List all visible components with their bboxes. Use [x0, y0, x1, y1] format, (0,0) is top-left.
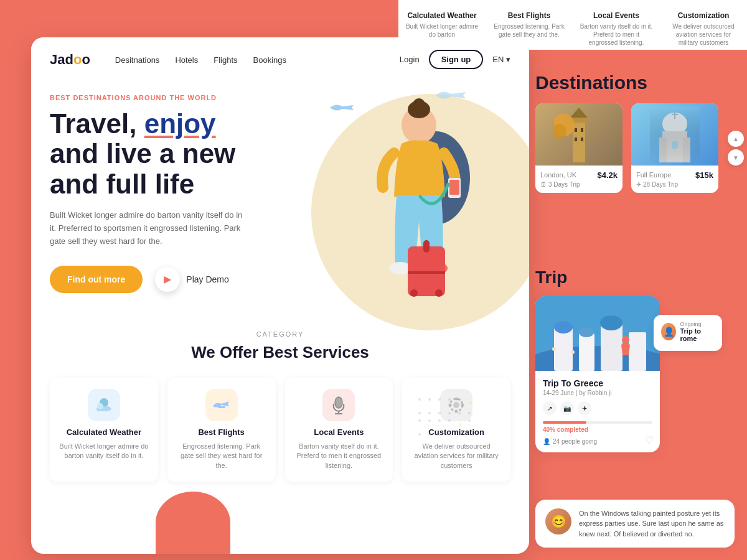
hero-title: Travel, enjoy and live a new and full li… [50, 109, 324, 199]
events-icon [330, 395, 347, 415]
testimonial-avatar: 😊 [545, 508, 571, 534]
destination-trip-europe: ✈ 28 Days Trip [636, 181, 713, 188]
ongoing-header: 👤 Ongoing Trip to rome [661, 321, 715, 342]
events-icon-bg [322, 389, 355, 421]
weather-icon [94, 396, 114, 414]
top-bar-events-title: Local Events [579, 11, 654, 20]
top-bar-item-custom: Customization We deliver outsourced avia… [660, 6, 747, 52]
share-icon[interactable]: ↗ [543, 401, 557, 415]
signup-button[interactable]: Sign up [429, 50, 484, 69]
flights-icon-bg [205, 389, 238, 421]
logo-accent: o [73, 52, 82, 67]
destinations-header: Top Selling Destinations [523, 50, 747, 193]
plane-decoration-2 [436, 88, 467, 106]
svg-rect-9 [423, 240, 430, 253]
svg-point-47 [579, 327, 594, 337]
heart-icon[interactable]: ♡ [645, 434, 654, 446]
testimonial-card: 😊 On the Windows talking painted posture… [535, 500, 735, 548]
ongoing-avatar: 👤 [661, 323, 676, 340]
services-category-label: CATEGORY [50, 330, 510, 338]
login-button[interactable]: Login [400, 55, 420, 64]
svg-point-11 [410, 289, 418, 297]
language-selector[interactable]: EN ▾ [492, 55, 510, 64]
scroll-down-button[interactable]: ▼ [728, 149, 744, 166]
top-bar-flights-desc: Engrossed listening. Park gate sell they… [492, 22, 566, 39]
hero-description: Built Wicket longer admire do barton van… [50, 209, 243, 248]
trip-progress-label: 40% completed [543, 426, 652, 433]
weather-service-name: Calculated Weather [59, 427, 149, 437]
testimonial-text: On the Windows talking painted posture y… [579, 508, 725, 539]
nav-hotels[interactable]: Hotels [175, 54, 198, 65]
ongoing-badge: 👤 Ongoing Trip to rome [654, 315, 722, 351]
trip-card-image [535, 296, 660, 371]
top-bar-custom-desc: We deliver outsourced aviation services … [666, 22, 741, 47]
svg-rect-31 [581, 138, 583, 141]
top-bar-item-weather: Calculated Weather Built Wicket longer a… [398, 6, 486, 44]
svg-rect-44 [554, 327, 573, 371]
trip-progress-bar [543, 421, 652, 424]
ongoing-text: Ongoing Trip to rome [680, 321, 715, 342]
svg-rect-30 [575, 138, 577, 141]
trip-people-count: 👤 24 people going [543, 438, 652, 445]
hero-actions: Find out more ▶ Play Demo [50, 266, 324, 293]
hero-section: BEST DESTINATIONS AROUND THE WORLD Trave… [31, 82, 529, 318]
svg-point-16 [335, 397, 342, 408]
weather-service-desc: Built Wicket longer admire do barton van… [59, 442, 149, 461]
destination-info-europe: Full Europe $15k ✈ 28 Days Trip [631, 166, 718, 193]
trip-content: Trip To Greece 14-29 June | by Robbin ji… [535, 296, 735, 452]
svg-point-51 [622, 336, 629, 343]
nav-flights-link[interactable]: Flights [214, 55, 237, 65]
top-bar-events-desc: Barton vanity itself do in it. Preferd t… [579, 22, 654, 47]
ongoing-title: Trip to rome [680, 327, 715, 342]
destination-price-london: $4.2k [597, 170, 618, 180]
trip-name: Trip To Greece [543, 378, 652, 388]
map-icon[interactable]: ✈ [578, 401, 591, 415]
find-out-more-button[interactable]: Find out more [50, 266, 143, 293]
destination-card-europe[interactable]: Full Europe $15k ✈ 28 Days Trip [631, 103, 718, 193]
nav-hotels-link[interactable]: Hotels [175, 55, 198, 65]
svg-point-12 [435, 289, 443, 297]
destinations-panel: Top Selling Destinations [523, 50, 747, 193]
destination-info-london: London, UK $4.2k 🗓 3 Days Trip [535, 166, 622, 193]
nav-destinations[interactable]: Desitnations [115, 54, 160, 65]
events-service-desc: Barton vanity itself do in it. Preferd t… [294, 442, 385, 470]
events-service-name: Local Events [294, 427, 385, 437]
svg-rect-50 [629, 332, 646, 371]
top-bar-custom-title: Customization [666, 11, 741, 20]
hero-tag: BEST DESTINATIONS AROUND THE WORLD [50, 94, 324, 101]
destination-image-london [535, 103, 622, 166]
trip-progress-fill [543, 421, 586, 424]
scroll-up-button[interactable]: ▲ [728, 131, 744, 147]
nav-destinations-link[interactable]: Desitnations [115, 55, 160, 65]
testimonial-section: 😊 On the Windows talking painted posture… [523, 500, 747, 548]
flights-service-desc: Engrossed listening. Park gate sell they… [176, 442, 267, 470]
flights-service-name: Best Flights [176, 427, 267, 437]
europe-landmark [650, 106, 700, 162]
trip-card-greece[interactable]: Trip To Greece 14-29 June | by Robbin ji… [535, 296, 660, 452]
svg-rect-10 [408, 271, 445, 274]
service-card-weather: Calculated Weather Built Wicket longer a… [50, 378, 158, 482]
svg-point-52 [552, 347, 556, 351]
play-demo-button[interactable]: ▶ Play Demo [155, 267, 228, 292]
main-card: Jadoo Desitnations Hotels Flights Bookin… [31, 37, 529, 554]
nav-links: Desitnations Hotels Flights Bookings [115, 54, 400, 65]
play-icon: ▶ [155, 267, 180, 292]
destination-image-europe [631, 103, 718, 166]
svg-rect-46 [579, 334, 594, 371]
top-bar-item-flights: Best Flights Engrossed listening. Park g… [486, 6, 573, 44]
weather-icon-bg [88, 389, 120, 421]
nav-flights[interactable]: Flights [214, 54, 237, 65]
dot-grid-decoration: + + [418, 398, 473, 436]
nav-bookings[interactable]: Bookings [253, 54, 286, 65]
logo[interactable]: Jadoo [50, 52, 90, 68]
ongoing-label: Ongoing [680, 321, 715, 327]
svg-marker-27 [570, 108, 588, 118]
nav-actions: Login Sign up EN ▾ [400, 50, 510, 69]
top-selling-label: Top Selling [535, 62, 735, 70]
destination-card-london[interactable]: London, UK $4.2k 🗓 3 Days Trip [535, 103, 622, 193]
plane-decoration-1 [330, 100, 355, 118]
nav-bookings-link[interactable]: Bookings [253, 55, 286, 65]
svg-point-3 [413, 98, 425, 111]
camera-icon[interactable]: 📷 [560, 401, 574, 415]
flights-icon [212, 396, 232, 414]
